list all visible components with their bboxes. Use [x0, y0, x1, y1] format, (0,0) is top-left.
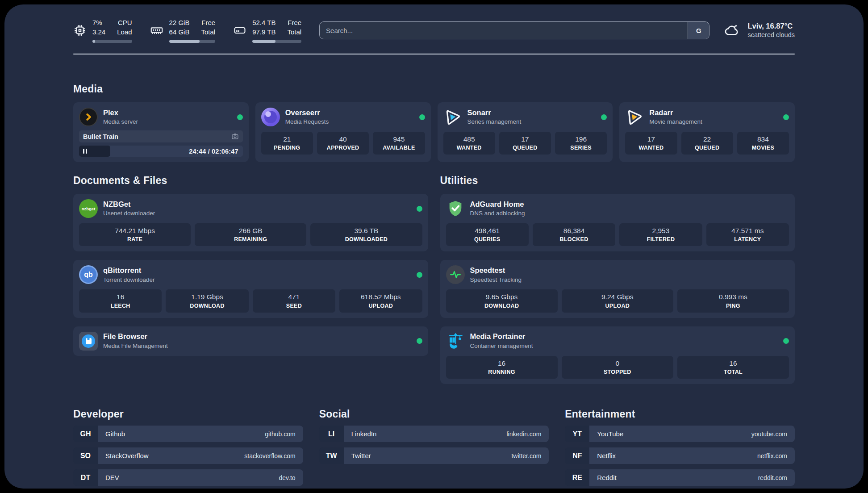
disk-free-label: Free: [287, 18, 301, 27]
stat-movies: 834MOVIES: [737, 132, 789, 155]
search-input[interactable]: [320, 22, 688, 39]
bookmarks-developer: Developer GH Github github.com SO StackO…: [73, 408, 303, 486]
status-online-dot: [417, 206, 422, 212]
nzbget-icon: nzbget: [79, 199, 98, 218]
radarr-icon: [625, 108, 644, 126]
bookmark-url: youtube.com: [751, 430, 787, 438]
app-card-plex[interactable]: Plex Media server Bullet Train 24:44 / 0…: [73, 102, 249, 162]
camera-icon[interactable]: [231, 133, 239, 140]
status-online-dot: [417, 272, 422, 278]
topbar-divider: [73, 54, 795, 54]
app-description: Usenet downloader: [103, 210, 155, 217]
bookmark-abbr: SO: [73, 447, 98, 464]
app-name: Radarr: [649, 109, 702, 117]
stat-rate: 744.21 MbpsRATE: [79, 223, 191, 246]
ram-total-value: 64 GiB: [169, 27, 190, 37]
bookmark-url: twitter.com: [511, 452, 541, 460]
stat-blocked: 86,384BLOCKED: [533, 223, 615, 246]
app-description: Series management: [467, 118, 522, 125]
app-card-radarr[interactable]: Radarr Movie management 17WANTED 22QUEUE…: [619, 102, 795, 162]
filebrowser-icon: [79, 332, 98, 351]
app-card-sonarr[interactable]: Sonarr Series management 485WANTED 17QUE…: [438, 102, 613, 162]
section-title-media: Media: [73, 83, 795, 95]
ram-progress-track: [169, 40, 216, 43]
app-name: AdGuard Home: [470, 200, 525, 209]
overseerr-icon: [261, 108, 280, 126]
app-card-portainer[interactable]: Media Portainer Container management 16R…: [440, 326, 795, 384]
weather-location: Lviv, 16.87°C: [747, 21, 795, 31]
stat-available: 945AVAILABLE: [373, 132, 425, 155]
pause-button[interactable]: [83, 149, 87, 154]
bookmark-abbr: NF: [565, 447, 589, 464]
disk-icon: [233, 24, 246, 37]
media-grid: Plex Media server Bullet Train 24:44 / 0…: [73, 102, 795, 162]
stat-queued: 17QUEUED: [499, 132, 551, 155]
app-card-adguard[interactable]: AdGuard Home DNS and adblocking 498,461Q…: [440, 194, 795, 251]
bookmark-abbr: LI: [319, 426, 344, 442]
bookmark-linkedin[interactable]: LI LinkedIn linkedin.com: [319, 426, 549, 442]
app-card-overseerr[interactable]: Overseerr Media Requests 21PENDING 40APP…: [255, 102, 431, 162]
stat-upload: 618.52 MbpsUPLOAD: [339, 289, 422, 312]
ram-free-value: 22 GiB: [169, 18, 190, 27]
section-title-developer: Developer: [73, 408, 303, 420]
bookmark-name: YouTube: [597, 430, 623, 438]
topbar: 7% 3.24 CPU Load: [73, 18, 795, 43]
portainer-icon: [446, 332, 465, 351]
bookmark-abbr: DT: [73, 469, 98, 486]
app-name: File Browser: [103, 332, 168, 341]
app-description: Movie management: [649, 118, 702, 125]
stat-filtered: 2,953FILTERED: [619, 223, 702, 246]
bookmark-name: Netflix: [597, 452, 616, 460]
bookmark-stackoverflow[interactable]: SO StackOverflow stackoverflow.com: [73, 447, 303, 464]
search-engine-button[interactable]: G: [688, 22, 709, 39]
sonarr-icon: [443, 108, 462, 126]
stat-running: 16RUNNING: [446, 356, 558, 379]
cpu-progress-fill: [92, 40, 95, 43]
bookmark-name: Twitter: [351, 452, 371, 460]
plex-icon: [79, 108, 98, 126]
app-description: Speedtest Tracking: [470, 276, 522, 284]
app-card-qbittorrent[interactable]: qb qBittorrent Torrent downloader 16LEEC…: [73, 260, 428, 318]
bookmark-netflix[interactable]: NF Netflix netflix.com: [565, 447, 795, 464]
app-card-speedtest[interactable]: Speedtest Speedtest Tracking 9.65 GbpsDO…: [440, 260, 795, 318]
playback-progress-fill: [79, 146, 110, 157]
bookmark-youtube[interactable]: YT YouTube youtube.com: [565, 426, 795, 442]
app-name: Speedtest: [470, 266, 522, 275]
app-card-nzbget[interactable]: nzbget NZBGet Usenet downloader 744.21 M…: [73, 194, 428, 251]
stat-queued: 22QUEUED: [681, 132, 733, 155]
app-description: Media Requests: [285, 118, 329, 125]
utilities-column: Utilities AdGuard Home DNS and adblockin…: [440, 175, 795, 384]
section-title-entertainment: Entertainment: [565, 408, 795, 420]
stat-downloaded: 39.6 TBDOWNLOADED: [310, 223, 422, 246]
cpu-usage-value: 7%: [92, 18, 105, 27]
app-name: qBittorrent: [103, 266, 155, 275]
ram-progress-fill: [169, 40, 200, 43]
weather-widget[interactable]: Lviv, 16.87°C scattered clouds: [722, 21, 795, 39]
stat-pending: 21PENDING: [261, 132, 313, 155]
now-playing-row: Bullet Train: [79, 130, 243, 142]
bookmark-dev[interactable]: DT DEV dev.to: [73, 469, 303, 486]
app-description: Torrent downloader: [103, 276, 155, 284]
disk-total-value: 97.9 TB: [252, 27, 275, 37]
cpu-stat-widget: 7% 3.24 CPU Load: [73, 18, 132, 43]
status-online-dot: [419, 114, 425, 120]
app-card-filebrowser[interactable]: File Browser Media File Management: [73, 326, 428, 356]
cloud-icon: [722, 23, 742, 38]
status-online-dot: [601, 114, 607, 120]
ram-stat-widget: 22 GiB 64 GiB Free Total: [150, 18, 216, 43]
bookmark-github[interactable]: GH Github github.com: [73, 426, 303, 442]
bookmark-name: Reddit: [597, 474, 616, 481]
bookmark-url: reddit.com: [758, 474, 787, 481]
app-description: Media File Management: [103, 343, 168, 350]
app-name: Media Portainer: [470, 332, 533, 341]
search-bar: G: [319, 21, 709, 39]
bookmark-abbr: GH: [73, 426, 98, 442]
bookmark-twitter[interactable]: TW Twitter twitter.com: [319, 447, 549, 464]
bookmark-name: DEV: [105, 474, 119, 481]
qbittorrent-icon: qb: [79, 265, 98, 284]
bookmark-url: stackoverflow.com: [244, 452, 295, 460]
bookmarks-social: Social LI LinkedIn linkedin.com TW Twitt…: [319, 408, 549, 486]
disk-free-value: 52.4 TB: [252, 18, 275, 27]
bookmark-reddit[interactable]: RE Reddit reddit.com: [565, 469, 795, 486]
bookmark-url: github.com: [265, 430, 295, 438]
